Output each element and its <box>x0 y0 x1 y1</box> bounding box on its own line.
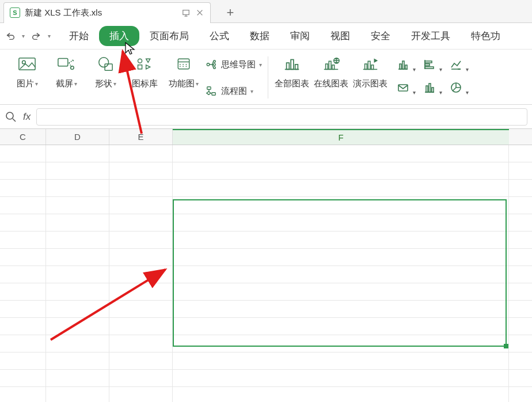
cell[interactable] <box>0 162 46 179</box>
cell[interactable] <box>46 214 109 231</box>
col-header-C[interactable]: C <box>0 129 46 145</box>
cell[interactable] <box>173 352 509 369</box>
redo-dropdown-icon[interactable]: ▾ <box>48 33 51 39</box>
cell[interactable] <box>46 266 109 283</box>
cell[interactable] <box>109 301 173 317</box>
cell[interactable] <box>173 232 509 248</box>
cell[interactable] <box>173 249 509 266</box>
cell[interactable] <box>0 214 46 231</box>
window-mode-icon[interactable] <box>181 8 191 17</box>
menu-tab-1[interactable]: 插入 <box>99 26 139 46</box>
cell[interactable] <box>0 335 46 352</box>
spreadsheet-grid[interactable]: C D E F <box>0 129 532 402</box>
cell[interactable] <box>173 214 509 231</box>
col-header-E[interactable]: E <box>109 129 173 145</box>
cell[interactable] <box>173 162 509 179</box>
menu-tab-2[interactable]: 页面布局 <box>139 26 199 46</box>
funcchart-button[interactable]: 功能图▾ <box>166 53 202 89</box>
line-chart-mini-button[interactable]: ▾ <box>446 55 466 74</box>
cell[interactable] <box>109 214 173 231</box>
cell[interactable] <box>109 318 173 335</box>
picture-button[interactable]: 图片▾ <box>9 53 45 89</box>
close-icon[interactable] <box>195 8 204 17</box>
cell[interactable] <box>173 301 509 317</box>
cell[interactable] <box>46 145 109 162</box>
iconlib-button[interactable]: 图标库 <box>127 53 162 89</box>
cell[interactable] <box>46 180 109 196</box>
cell[interactable] <box>109 283 173 300</box>
menu-tab-9[interactable]: 特色功 <box>461 26 511 46</box>
cell[interactable] <box>173 145 509 162</box>
cell[interactable] <box>109 249 173 266</box>
cell[interactable] <box>46 370 109 386</box>
shapes-button[interactable]: 形状▾ <box>88 53 123 89</box>
mindmap-button[interactable]: 思维导图▾ <box>205 54 262 75</box>
bar-chart-mini-button[interactable]: ▾ <box>393 55 413 74</box>
menu-tab-8[interactable]: 开发工具 <box>401 26 461 46</box>
cell[interactable] <box>109 387 173 402</box>
cell[interactable] <box>46 232 109 248</box>
cell[interactable] <box>0 387 46 402</box>
cell[interactable] <box>0 249 46 266</box>
cell[interactable] <box>173 370 509 386</box>
cell[interactable] <box>46 352 109 369</box>
cell[interactable] <box>109 352 173 369</box>
cell[interactable] <box>109 180 173 196</box>
cell[interactable] <box>46 335 109 352</box>
cell[interactable] <box>173 335 509 352</box>
cell[interactable] <box>0 197 46 214</box>
menu-tab-7[interactable]: 安全 <box>360 26 401 46</box>
zoom-icon[interactable] <box>5 111 17 123</box>
screenshot-button[interactable]: 截屏▾ <box>48 53 84 89</box>
cell[interactable] <box>0 283 46 300</box>
cell[interactable] <box>173 387 509 402</box>
cell[interactable] <box>173 197 509 214</box>
onlinecharts-button[interactable]: 在线图表 <box>313 53 349 89</box>
col-header-D[interactable]: D <box>46 129 109 145</box>
cell[interactable] <box>0 180 46 196</box>
menu-tab-6[interactable]: 视图 <box>320 26 360 46</box>
cell[interactable] <box>173 283 509 300</box>
cell[interactable] <box>46 301 109 317</box>
cell[interactable] <box>0 352 46 369</box>
menu-tab-4[interactable]: 数据 <box>240 26 280 46</box>
menu-tab-5[interactable]: 审阅 <box>280 26 320 46</box>
menu-tab-3[interactable]: 公式 <box>199 26 240 46</box>
cell[interactable] <box>0 318 46 335</box>
undo-dropdown-icon[interactable]: ▾ <box>22 33 25 39</box>
undo-button[interactable] <box>5 31 16 42</box>
cell[interactable] <box>173 180 509 196</box>
cell[interactable] <box>46 283 109 300</box>
menu-tab-0[interactable]: 开始 <box>59 26 99 46</box>
cell[interactable] <box>109 162 173 179</box>
cell[interactable] <box>109 335 173 352</box>
column-chart-mini-button[interactable]: ▾ <box>419 78 440 97</box>
document-tab[interactable]: S 新建 XLS 工作表.xls <box>3 2 211 23</box>
cell[interactable] <box>0 145 46 162</box>
cell[interactable] <box>46 387 109 402</box>
flowchart-button[interactable]: 流程图▾ <box>205 81 262 101</box>
democharts-button[interactable]: 演示图表 <box>352 53 388 89</box>
cell[interactable] <box>0 301 46 317</box>
formula-input[interactable] <box>36 108 527 126</box>
hbar-chart-mini-button[interactable]: ▾ <box>419 55 440 74</box>
cell[interactable] <box>0 232 46 248</box>
cell[interactable] <box>173 318 509 335</box>
redo-button[interactable] <box>31 31 42 42</box>
cell[interactable] <box>46 249 109 266</box>
pie-chart-mini-button[interactable]: ▾ <box>446 78 466 97</box>
cell[interactable] <box>109 232 173 248</box>
col-header-F[interactable]: F <box>173 129 509 145</box>
cell[interactable] <box>0 370 46 386</box>
cell[interactable] <box>173 266 509 283</box>
cell[interactable] <box>0 266 46 283</box>
allcharts-button[interactable]: 全部图表 <box>274 53 310 89</box>
cell[interactable] <box>46 318 109 335</box>
cell[interactable] <box>109 266 173 283</box>
envelope-chart-mini-button[interactable]: ▾ <box>393 78 413 97</box>
cell[interactable] <box>109 197 173 214</box>
cell[interactable] <box>109 370 173 386</box>
cell[interactable] <box>46 197 109 214</box>
cell[interactable] <box>109 145 173 162</box>
cell[interactable] <box>46 162 109 179</box>
